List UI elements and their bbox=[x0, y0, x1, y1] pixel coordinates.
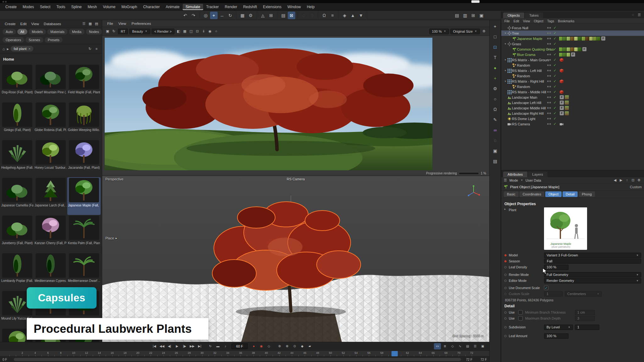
menubar-item-tools[interactable]: Tools bbox=[53, 4, 68, 10]
ab-grid-icon[interactable]: ▦ bbox=[87, 21, 93, 27]
texture-tag[interactable] bbox=[565, 106, 569, 110]
tab-takes[interactable]: Takes bbox=[525, 13, 543, 18]
strip-plane-icon[interactable]: □ bbox=[491, 33, 499, 41]
anim-dot-icon[interactable] bbox=[504, 274, 509, 276]
strip-cube-icon[interactable]: ⊡ bbox=[491, 43, 499, 51]
tab-attributes[interactable]: Attributes bbox=[503, 172, 527, 177]
enabled-check-icon[interactable]: ✓ bbox=[553, 52, 556, 57]
plant-item[interactable]: Dwarf Mountain Pine (... bbox=[34, 64, 67, 102]
attribute-tab-object[interactable]: Object bbox=[545, 191, 562, 197]
material-tag[interactable] bbox=[559, 53, 563, 57]
ab-filter-icon[interactable]: ≡ bbox=[94, 46, 99, 52]
filter-tab-models[interactable]: Models bbox=[29, 29, 46, 35]
filter-tab-all[interactable]: All bbox=[17, 29, 27, 35]
layout-b-icon[interactable]: ▥ bbox=[461, 12, 469, 19]
menubar-item-animate[interactable]: Animate bbox=[163, 4, 182, 10]
expander-icon[interactable]: ▸ bbox=[504, 207, 509, 211]
plane-y-icon[interactable]: ▼ bbox=[357, 12, 365, 19]
visibility-dots[interactable] bbox=[547, 75, 551, 77]
plant-item[interactable]: Kentia Palm (Fall, Plant) bbox=[67, 215, 101, 253]
enabled-check-icon[interactable]: ✓ bbox=[553, 26, 556, 30]
live-selection-icon[interactable]: ◎ bbox=[202, 12, 209, 19]
enabled-check-icon[interactable]: ✓ bbox=[553, 31, 556, 35]
strip-circle-icon[interactable]: ○ bbox=[491, 95, 499, 103]
go-end-icon[interactable]: ▶| bbox=[196, 343, 203, 349]
phong-tag[interactable]: F bbox=[601, 36, 605, 41]
object-menu-edit[interactable]: Edit bbox=[514, 19, 519, 23]
attr-back-icon[interactable]: ◀ bbox=[612, 178, 618, 183]
enabled-check-icon[interactable]: ✓ bbox=[553, 90, 556, 94]
ruler-icon[interactable]: ▬ bbox=[214, 343, 221, 349]
plant-item[interactable]: Kanzan Cherry (Fall, Pl... bbox=[34, 215, 67, 253]
menubar-item-render[interactable]: Render bbox=[222, 4, 240, 10]
object-row-landscape-middle-hill[interactable]: Landscape Middle Hill✓F bbox=[501, 105, 644, 111]
tab-layers[interactable]: Layers bbox=[528, 172, 548, 177]
menubar-item-spline[interactable]: Spline bbox=[68, 4, 84, 10]
object-menu-tags[interactable]: Tags bbox=[547, 19, 554, 23]
redshift-tag-icon[interactable] bbox=[559, 90, 564, 94]
visibility-dots[interactable] bbox=[547, 27, 551, 29]
enabled-check-icon[interactable]: ✓ bbox=[553, 106, 556, 110]
ab-list-icon[interactable]: ☰ bbox=[81, 21, 87, 27]
material-tag[interactable] bbox=[567, 47, 570, 51]
render-settings-icon[interactable]: ⚙ bbox=[247, 12, 254, 19]
attribute-tab-coordinates[interactable]: Coordinates bbox=[519, 191, 544, 197]
visibility-dots[interactable] bbox=[547, 102, 551, 103]
rot-key-icon[interactable]: ⊙ bbox=[291, 343, 298, 349]
mode-dropdown[interactable]: Mode bbox=[509, 178, 518, 182]
plant-item[interactable]: Dog-Rose (Fall, Plant) bbox=[1, 64, 34, 102]
record-icon[interactable]: ● bbox=[250, 343, 257, 349]
material-tag[interactable] bbox=[597, 37, 600, 41]
object-row-common-quaking-grass[interactable]: Common Quaking Grass✓F bbox=[501, 47, 644, 52]
expander-icon[interactable]: ▾ bbox=[504, 42, 507, 45]
color-picker-icon[interactable]: ◉ bbox=[207, 29, 213, 34]
object-row-rs-matrix-main-ground[interactable]: ▾RS Matrix - Main Ground✓ bbox=[501, 57, 644, 63]
max-frame-label[interactable]: 72 F bbox=[480, 358, 487, 361]
menubar-item-mesh[interactable]: Mesh bbox=[85, 4, 100, 10]
enabled-check-icon[interactable]: ✓ bbox=[553, 79, 556, 83]
user-data-menu[interactable]: User Data bbox=[525, 178, 541, 182]
rotate-tool-icon[interactable]: ↻ bbox=[226, 12, 234, 19]
visibility-dots[interactable] bbox=[547, 48, 551, 50]
grid-snap-icon[interactable]: ▤ bbox=[280, 12, 287, 19]
layout-a-icon[interactable]: ▤ bbox=[453, 12, 461, 19]
frame-ruler[interactable]: 2468101214161820222426283032343638404244… bbox=[0, 350, 489, 357]
redshift-tag-icon[interactable] bbox=[559, 69, 564, 73]
tab-objects[interactable]: Objects bbox=[503, 13, 524, 18]
visibility-dots[interactable] bbox=[547, 107, 551, 109]
param-key-icon[interactable]: ◆ bbox=[299, 343, 306, 349]
strip-gear-icon[interactable]: ⚙ bbox=[491, 85, 499, 92]
object-row-grass[interactable]: ▾Grass✓ bbox=[501, 41, 644, 47]
plant-item[interactable]: Japanese Camellia (Fal... bbox=[1, 177, 34, 215]
object-row-landscape-main[interactable]: Landscape Main✓F bbox=[501, 95, 644, 100]
plant-item[interactable]: Jacaranda (Fall, Plant) bbox=[67, 140, 101, 177]
snapshot-icon[interactable]: ▣ bbox=[105, 29, 110, 34]
model-axis-icon[interactable]: ◬ bbox=[259, 12, 267, 19]
expander-icon[interactable]: ▾ bbox=[504, 80, 507, 83]
move-tool-icon[interactable]: ⌖ bbox=[210, 12, 218, 19]
filter-tab-materials[interactable]: Materials bbox=[47, 29, 68, 35]
phong-tag[interactable]: F bbox=[560, 101, 564, 105]
anim-dot-icon[interactable] bbox=[504, 287, 509, 289]
redshift-tag-icon[interactable] bbox=[559, 79, 564, 84]
attribute-tab-phong[interactable]: Phong bbox=[579, 191, 595, 197]
strip-knot-icon[interactable]: ∞ bbox=[491, 126, 499, 134]
workplane-icon[interactable]: ⊞ bbox=[267, 12, 275, 19]
rt-button[interactable]: RT bbox=[118, 29, 128, 34]
material-tag[interactable] bbox=[559, 37, 563, 41]
material-tag[interactable] bbox=[574, 37, 578, 41]
plant-item[interactable]: Mediterranean Cypres... bbox=[34, 253, 67, 290]
category-tab-presets[interactable]: Presets bbox=[45, 37, 63, 43]
material-tag[interactable] bbox=[570, 37, 574, 41]
tl-motion-icon[interactable]: ∿ bbox=[457, 343, 464, 349]
plant-item[interactable]: Japanese Larch (Fall, ... bbox=[34, 177, 67, 215]
strip-magnet-icon[interactable]: Ω bbox=[491, 106, 499, 113]
object-row-focus-null[interactable]: Focus Null✓ bbox=[501, 25, 644, 30]
expander-icon[interactable]: ▾ bbox=[504, 69, 507, 72]
visibility-dots[interactable] bbox=[547, 80, 551, 82]
phong-tag[interactable]: F bbox=[560, 95, 564, 99]
go-start-icon[interactable]: |◀ bbox=[151, 343, 158, 349]
material-tag[interactable] bbox=[574, 47, 578, 51]
plant-item[interactable]: Field Maple (Fall, Plant) bbox=[67, 64, 101, 102]
visibility-dots[interactable] bbox=[547, 43, 551, 45]
